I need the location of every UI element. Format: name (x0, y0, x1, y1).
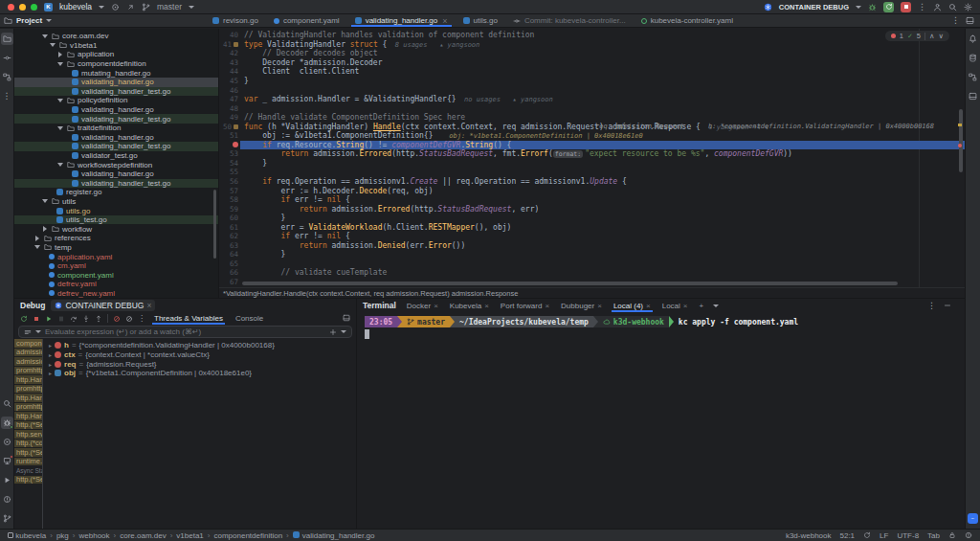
gutter[interactable]: 58 (219, 195, 240, 204)
code-line[interactable]: 57 err := h.Decoder.Decode(req, obj) (219, 186, 965, 195)
more-actions-icon[interactable]: ⋮ (918, 3, 926, 11)
gutter[interactable]: 57 (219, 187, 240, 195)
frame-item[interactable]: http.(*Se (14, 448, 42, 458)
frame-item[interactable]: promhttp (14, 367, 42, 376)
terminal-tab[interactable]: Local× (657, 299, 693, 312)
editor-tab[interactable]: component.yaml (266, 14, 347, 27)
tool-button-problems[interactable] (1, 493, 13, 506)
tool-button-debug[interactable] (1, 417, 13, 429)
gutter[interactable]: 40 (219, 31, 240, 39)
user-icon[interactable] (933, 3, 942, 11)
tool-button-more[interactable]: ⋮ (1, 90, 13, 102)
code-line[interactable]: 43 Decoder *admission.Decoder (219, 58, 965, 68)
tool-button-project-folder[interactable] (1, 33, 13, 45)
status-item[interactable]: LF (880, 531, 888, 540)
breadcrumb-item[interactable]: componentdefinition (213, 531, 282, 540)
gutter[interactable]: 60 (219, 214, 240, 222)
tool-button-version-control[interactable] (1, 512, 13, 525)
tree-item[interactable]: references (14, 234, 218, 243)
pause-icon[interactable] (57, 315, 65, 323)
git-branch-icon[interactable] (142, 3, 150, 11)
terminal-tab[interactable]: Port forward× (496, 299, 554, 312)
step-over-icon[interactable] (70, 315, 78, 323)
editor-tab[interactable]: validating_handler.go× (347, 14, 456, 27)
close-icon[interactable]: × (442, 16, 447, 26)
more-icon[interactable]: ⋮ (138, 314, 145, 323)
editor-tab[interactable]: Commit: kubevela-controller... (505, 14, 634, 27)
expand-chevron-icon[interactable]: ▸ (49, 351, 52, 358)
code-line[interactable]: 61 err = ValidateWorkload(h.Client.RESTM… (219, 222, 965, 232)
frame-item[interactable]: admissio (14, 357, 42, 367)
frame-item[interactable]: http.(*Se (14, 476, 42, 485)
code-line[interactable]: 64 } (219, 250, 965, 259)
chevron-down-icon[interactable] (46, 19, 52, 22)
mute-breakpoints-icon[interactable] (125, 315, 133, 323)
close-icon[interactable]: × (683, 302, 688, 310)
variable-row[interactable]: ▸h={*componentdefinition.ValidatingHandl… (43, 341, 356, 350)
breakpoint-stripe-mark[interactable] (958, 144, 962, 147)
frame-item[interactable]: runtime.( (14, 458, 42, 467)
terminal-options-icon[interactable]: ⋮ (927, 302, 936, 310)
gutter[interactable]: 62 (219, 232, 240, 240)
close-icon[interactable]: × (484, 302, 489, 310)
code-line[interactable]: 63 return admission.Denied(err.Error()) (219, 241, 965, 251)
gutter[interactable]: 50 (219, 123, 240, 131)
status-item[interactable]: 52:1 (840, 531, 856, 540)
tree-item[interactable]: utils.go (14, 206, 218, 215)
code-line[interactable]: 65 (219, 259, 965, 269)
close-icon[interactable]: × (646, 302, 651, 310)
tree-item[interactable]: application (14, 50, 218, 59)
editor-tab[interactable]: revison.go (205, 14, 266, 27)
variable-row[interactable]: ▸req={admission.Request} (43, 359, 356, 369)
gutter[interactable]: 53 (219, 149, 240, 158)
more-tabs-icon[interactable]: ⋮ (951, 16, 960, 25)
chevron-down-icon[interactable] (341, 330, 346, 333)
view-breakpoints-icon[interactable] (113, 315, 121, 323)
gutter[interactable]: 54 (219, 159, 240, 168)
frame-item[interactable]: Async Sta (14, 466, 42, 476)
tree-item[interactable]: defrev.yaml (14, 280, 218, 289)
tool-button-dependencies[interactable] (967, 71, 979, 83)
gutter[interactable]: 44 (219, 67, 240, 76)
settings-gear-icon[interactable] (964, 3, 972, 11)
tree-item[interactable]: workflowstepdefinition (14, 160, 218, 169)
gutter-marker-icon[interactable] (234, 124, 238, 129)
variable-row[interactable]: ▸ctx={context.Context | *context.valueCt… (43, 350, 356, 360)
frame-item[interactable]: http.serv (14, 430, 42, 440)
project-name[interactable]: kubevela (59, 2, 92, 11)
tool-button-database[interactable] (967, 52, 979, 64)
code-line[interactable]: 60 } (219, 214, 965, 223)
breadcrumb-item[interactable]: core.oam.dev (120, 531, 166, 540)
code-line[interactable]: 56 if req.Operation == admissionv1.Creat… (219, 177, 965, 187)
git-branch-name[interactable]: master (157, 2, 182, 11)
expand-chevron-icon[interactable]: ▸ (49, 361, 52, 368)
gutter-marker-icon[interactable] (234, 42, 238, 47)
tree-item[interactable]: validating_handler_test.go (14, 114, 218, 124)
gutter[interactable]: 63 (219, 241, 240, 250)
tool-button-run[interactable] (1, 436, 13, 448)
gutter[interactable]: 46 (219, 86, 240, 95)
tree-item[interactable]: validating_handler_test.go (14, 142, 218, 151)
status-item[interactable]: k3d-webhook (786, 531, 832, 540)
tree-item[interactable]: validating_handler.go (14, 133, 218, 143)
recent-projects-icon[interactable] (111, 3, 120, 11)
new-terminal-tab-button[interactable]: + (695, 299, 709, 312)
chevron-down-icon[interactable] (856, 6, 861, 9)
expand-chevron-icon[interactable]: ▸ (49, 370, 52, 376)
tree-item[interactable]: policydefinition (14, 96, 218, 105)
tree-item[interactable]: application.yaml (14, 252, 218, 261)
gutter[interactable]: 47 (219, 95, 240, 103)
breadcrumb-item[interactable]: v1beta1 (176, 531, 203, 540)
breadcrumb-item[interactable]: validating_handler.go (293, 531, 375, 540)
code-line[interactable]: 47var _ admission.Handler = &ValidatingH… (219, 95, 965, 104)
tree-item[interactable]: mutating_handler.go (14, 68, 218, 78)
tool-button-layout[interactable] (967, 90, 979, 102)
chevron-down-icon[interactable] (56, 126, 64, 130)
code-editor[interactable]: 40// ValidatingHandler handles validatio… (219, 29, 965, 298)
chevron-down-icon[interactable] (41, 34, 49, 38)
tree-item[interactable]: temp (14, 243, 218, 253)
gutter[interactable]: 48 (219, 104, 240, 113)
terminal-tab[interactable]: Kubevela× (445, 299, 494, 312)
stop-button[interactable] (901, 2, 911, 12)
terminal-tab[interactable]: Dubbuger× (556, 299, 607, 312)
